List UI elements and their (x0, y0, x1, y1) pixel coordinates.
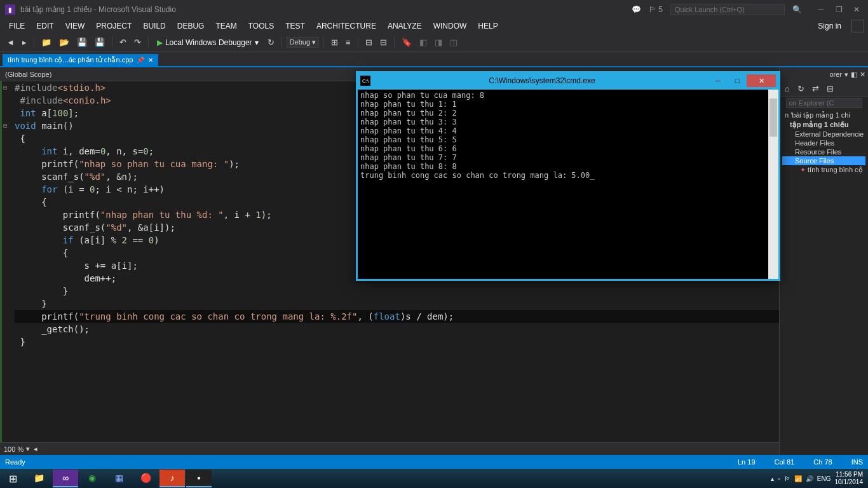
panel-close-icon[interactable]: ✕ (860, 71, 865, 79)
explorer-refresh-icon[interactable]: ↻ (795, 83, 807, 95)
task-utorrent-icon[interactable]: ◉ (79, 470, 105, 487)
windows-taskbar: ⊞ 📁 ∞ ◉ ▦ 🔴 ♪ ▪ ▴ ▫ 🏳 📶 🔊 ENG 11:56 PM 1… (0, 469, 868, 488)
zoom-dropdown-icon[interactable]: ▾ (26, 445, 30, 453)
cmd-minimize-button[interactable]: ─ (709, 74, 728, 87)
task-explorer-icon[interactable]: 📁 (26, 470, 51, 487)
vs-logo-icon: ▮ (5, 4, 15, 15)
search-icon[interactable]: 🔍 (792, 5, 802, 14)
task-calc-icon[interactable]: ▦ (106, 470, 132, 487)
toolbar-icon-3[interactable]: ⊟ (363, 36, 375, 48)
task-cmd-icon[interactable]: ▪ (186, 470, 212, 487)
menu-tools[interactable]: TOOLS (243, 20, 279, 32)
cmd-close-button[interactable]: ✕ (747, 74, 776, 87)
menu-test[interactable]: TEST (280, 20, 310, 32)
menu-window[interactable]: WINDOW (428, 20, 472, 32)
open-file-button[interactable]: 📂 (57, 36, 72, 48)
tray-network-icon[interactable]: 📶 (794, 475, 802, 482)
minimize-button[interactable]: ─ (815, 5, 827, 14)
play-icon: ▶ (157, 38, 163, 47)
toolbar-icon-4[interactable]: ⊟ (377, 36, 390, 48)
tray-app-icon[interactable]: ▫ (778, 475, 780, 482)
start-button[interactable]: ⊞ (0, 469, 25, 488)
menu-file[interactable]: FILE (4, 20, 30, 32)
menu-edit[interactable]: EDIT (31, 20, 58, 32)
task-app-icon[interactable]: ♪ (159, 470, 185, 487)
cmd-scroll-thumb[interactable] (770, 98, 777, 137)
nav-back-button[interactable]: ◄ (4, 36, 17, 48)
menu-help[interactable]: HELP (473, 20, 503, 32)
toolbar-disabled-3: ◫ (447, 36, 460, 48)
task-chrome-icon[interactable]: 🔴 (133, 470, 158, 487)
panel-title: orer (829, 71, 842, 78)
quick-launch-input[interactable] (670, 4, 785, 15)
pin-icon[interactable]: 📌 (137, 57, 144, 64)
new-project-button[interactable]: 📁 (39, 36, 54, 48)
tray-volume-icon[interactable]: 🔊 (806, 475, 813, 482)
bookmark-icon[interactable]: 🔖 (399, 36, 414, 48)
cmd-titlebar[interactable]: C:\ C:\Windows\system32\cmd.exe ─ □ ✕ (356, 72, 780, 90)
explorer-toolbar: ⌂ ↻ ⇄ ⊟ (780, 81, 868, 97)
tray-flag-icon[interactable]: 🏳 (784, 475, 790, 482)
tree-source-files[interactable]: Source Files (782, 156, 865, 165)
panel-pin-icon[interactable]: ◧ (851, 71, 857, 79)
tree-project[interactable]: tập mảng 1 chiều (782, 120, 865, 130)
menu-debug[interactable]: DEBUG (172, 20, 210, 32)
status-ins: INS (851, 458, 863, 466)
tray-lang[interactable]: ENG (817, 475, 831, 482)
undo-button[interactable]: ↶ (117, 36, 129, 48)
zoom-bar: 100 % ▾ ◂ (0, 442, 779, 455)
save-all-button[interactable]: 💾 (92, 36, 107, 48)
menu-view[interactable]: VIEW (60, 20, 90, 32)
tab-close-icon[interactable]: ✕ (148, 57, 153, 64)
explorer-collapse-icon[interactable]: ⊟ (824, 83, 836, 95)
tree-resource-files[interactable]: Resource Files (782, 147, 865, 156)
menu-build[interactable]: BUILD (138, 20, 170, 32)
search-solution-input[interactable] (786, 98, 862, 108)
scroll-left-icon[interactable]: ◂ (34, 445, 37, 453)
scope-label: (Global Scope) (5, 71, 51, 78)
toolbar-icon-1[interactable]: ⊞ (329, 36, 341, 48)
menu-project[interactable]: PROJECT (91, 20, 137, 32)
cmd-maximize-button[interactable]: □ (728, 74, 747, 87)
tray-time: 11:56 PM (835, 471, 864, 478)
window-title: bài tập mảng 1 chiều - Microsoft Visual … (20, 5, 632, 14)
config-dropdown[interactable]: Debug ▾ (287, 37, 319, 48)
tree-source-file[interactable]: ✦ tính trung bình cộ (782, 165, 865, 175)
toolbar-icon-2[interactable]: ≡ (343, 36, 353, 48)
tree-header-files[interactable]: Header Files (782, 139, 865, 147)
chevron-down-icon: ▾ (255, 38, 259, 47)
refresh-button[interactable]: ↻ (265, 36, 277, 48)
cmd-window[interactable]: C:\ C:\Windows\system32\cmd.exe ─ □ ✕ nh… (356, 71, 780, 281)
avatar-icon[interactable] (851, 20, 864, 32)
explorer-home-icon[interactable]: ⌂ (782, 83, 792, 95)
close-button[interactable]: ✕ (850, 5, 863, 14)
save-button[interactable]: 💾 (74, 36, 90, 48)
panel-dropdown-icon[interactable]: ▾ (844, 71, 848, 79)
cmd-scrollbar[interactable] (768, 90, 778, 279)
status-line: Ln 19 (738, 458, 756, 466)
sign-in-link[interactable]: Sign in (813, 20, 846, 32)
tray-date: 10/1/2014 (835, 478, 864, 486)
feedback-icon[interactable]: 💬 (632, 5, 641, 14)
nav-fwd-button[interactable]: ▸ (20, 36, 29, 48)
tree-solution[interactable]: n 'bài tập mảng 1 chi (782, 111, 865, 120)
cmd-output[interactable]: nhap so phan tu cua mang: 8nhap phan tu … (356, 90, 780, 280)
document-tabs: tính trung bình cộ...ác phần tử chẵn.cpp… (0, 52, 868, 67)
redo-button[interactable]: ↷ (132, 36, 144, 48)
title-bar: ▮ bài tập mảng 1 chiều - Microsoft Visua… (0, 0, 868, 19)
explorer-sync-icon[interactable]: ⇄ (810, 83, 822, 95)
maximize-button[interactable]: ❐ (832, 5, 845, 14)
tree-external-deps[interactable]: External Dependencie (782, 130, 865, 139)
task-vs-icon[interactable]: ∞ (53, 470, 78, 487)
menu-team[interactable]: TEAM (210, 20, 241, 32)
status-bar: Ready Ln 19 Col 81 Ch 78 INS (0, 455, 868, 469)
menu-architecture[interactable]: ARCHITECTURE (311, 20, 381, 32)
file-tab-active[interactable]: tính trung bình cộ...ác phần tử chẵn.cpp… (3, 54, 158, 66)
toolbar-disabled-2: ◨ (432, 36, 445, 48)
zoom-level[interactable]: 100 % (4, 445, 24, 453)
tray-up-icon[interactable]: ▴ (771, 475, 774, 482)
start-debug-button[interactable]: ▶ Local Windows Debugger ▾ (153, 37, 262, 48)
notification-flag-icon[interactable]: 🏳 5 (649, 5, 663, 14)
menu-analyze[interactable]: ANALYZE (383, 20, 427, 32)
tray-clock[interactable]: 11:56 PM 10/1/2014 (835, 471, 864, 486)
